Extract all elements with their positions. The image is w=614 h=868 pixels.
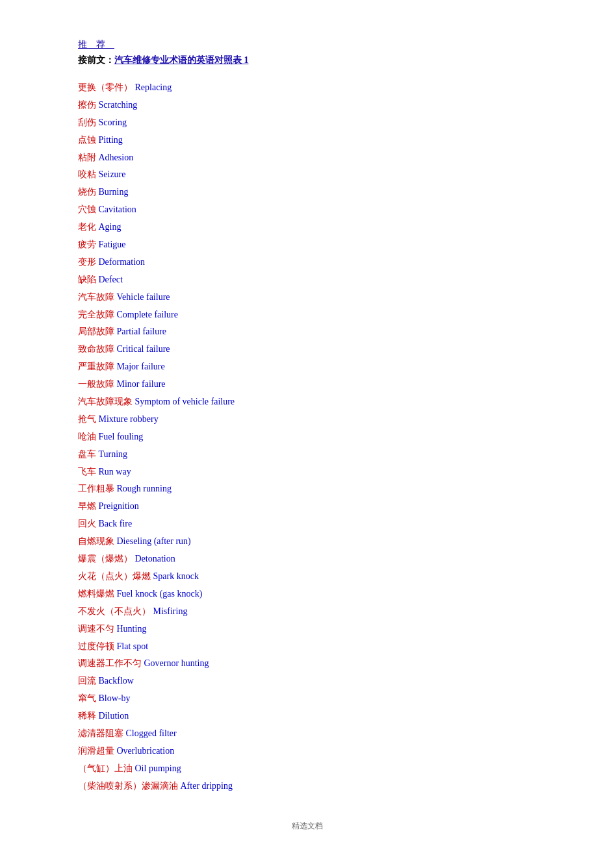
term-zh: 调速不匀 [78, 624, 117, 634]
term-en: Backflow [99, 676, 134, 686]
term-zh: 工作粗暴 [78, 484, 117, 493]
term-zh: 盘车 [78, 449, 99, 459]
term-zh: 致命故障 [78, 344, 117, 354]
term-zh: 自燃现象 [78, 536, 117, 546]
term-zh: 疲劳 [78, 240, 99, 249]
term-zh: 调速器工作不匀 [78, 658, 144, 668]
list-item: 窜气 Blow-by [78, 690, 536, 707]
term-en: Partial failure [117, 327, 167, 336]
term-en: Misfiring [153, 606, 188, 616]
list-item: 点蚀 Pitting [78, 132, 536, 149]
prev-label: 接前文： [78, 55, 114, 65]
term-zh: 老化 [78, 222, 99, 232]
term-en: Aging [99, 222, 122, 232]
list-item: 咬粘 Seizure [78, 166, 536, 183]
term-en: Scoring [99, 118, 127, 127]
term-en: Back fire [99, 519, 133, 528]
term-en: Pitting [99, 135, 123, 145]
term-en: Turning [99, 449, 128, 459]
list-item: 抢气 Mixture robbery [78, 411, 536, 428]
term-en: Clogged filter [126, 728, 177, 738]
term-zh: 回流 [78, 676, 99, 686]
term-en: Governor hunting [144, 658, 209, 668]
term-zh: 更换（零件） [78, 82, 135, 92]
footer-text: 精选文档 [78, 821, 536, 832]
recommend-link[interactable]: 推 荐 [78, 39, 536, 51]
term-zh: 不发火（不点火） [78, 606, 153, 616]
list-item: 更换（零件） Replacing [78, 79, 536, 96]
term-en: Fuel knock (gas knock) [117, 589, 203, 599]
list-item: 回流 Backflow [78, 673, 536, 689]
list-item: 自燃现象 Dieseling (after run) [78, 533, 536, 550]
term-zh: 缺陷 [78, 275, 99, 284]
list-item: 汽车故障 Vehicle failure [78, 289, 536, 306]
term-zh: 局部故障 [78, 327, 117, 336]
term-en: Fuel fouling [99, 432, 144, 441]
term-zh: 呛油 [78, 432, 99, 441]
term-en: Replacing [135, 82, 172, 92]
list-item: 调速不匀 Hunting [78, 621, 536, 638]
term-en: Adhesion [99, 153, 134, 162]
term-en: Rough running [117, 484, 172, 493]
term-en: Overlubrication [117, 746, 175, 756]
prev-article: 接前文：汽车维修专业术语的英语对照表 1 [78, 55, 536, 66]
term-en: Scratching [99, 100, 138, 110]
list-item: （柴油喷射系）渗漏滴油 After dripping [78, 778, 536, 795]
list-item: 变形 Deformation [78, 254, 536, 271]
list-item: 老化 Aging [78, 219, 536, 236]
list-item: 局部故障 Partial failure [78, 323, 536, 340]
term-zh: 抢气 [78, 414, 99, 424]
term-zh: 穴蚀 [78, 205, 99, 214]
list-item: 稀释 Dilution [78, 708, 536, 725]
list-item: 回火 Back fire [78, 515, 536, 532]
list-item: 火花（点火）爆燃 Spark knock [78, 568, 536, 585]
term-zh: 一般故障 [78, 379, 117, 389]
list-item: 穴蚀 Cavitation [78, 201, 536, 218]
term-zh: 汽车故障 [78, 292, 117, 302]
list-item: 不发火（不点火） Misfiring [78, 603, 536, 620]
term-zh: （气缸）上油 [78, 763, 135, 773]
list-item: 疲劳 Fatigue [78, 236, 536, 253]
term-en: Deformation [99, 257, 146, 267]
list-item: 盘车 Turning [78, 446, 536, 463]
term-zh: 点蚀 [78, 135, 99, 145]
term-en: Detonation [135, 554, 175, 564]
list-item: 粘附 Adhesion [78, 149, 536, 166]
term-en: Dilution [99, 711, 129, 721]
term-zh: 汽车故障现象 [78, 397, 135, 406]
prev-article-link[interactable]: 汽车维修专业术语的英语对照表 1 [114, 55, 249, 65]
term-en: Critical failure [117, 344, 170, 354]
term-en: Hunting [117, 624, 147, 634]
term-zh: 完全故障 [78, 310, 117, 319]
list-item: 汽车故障现象 Symptom of vehicle failure [78, 393, 536, 410]
list-item: 过度停顿 Flat spot [78, 638, 536, 655]
term-zh: 咬粘 [78, 169, 99, 179]
list-item: 一般故障 Minor failure [78, 376, 536, 393]
term-en: Cavitation [99, 205, 136, 214]
term-en: Dieseling (after run) [117, 536, 191, 546]
terminology-list: 更换（零件） Replacing擦伤 Scratching刮伤 Scoring点… [78, 79, 536, 795]
term-en: Major failure [117, 362, 165, 371]
list-item: 润滑超量 Overlubrication [78, 743, 536, 760]
list-item: 飞车 Run way [78, 464, 536, 480]
term-en: Run way [99, 467, 131, 477]
term-zh: 稀释 [78, 711, 99, 721]
term-zh: （柴油喷射系）渗漏滴油 [78, 781, 181, 791]
term-zh: 润滑超量 [78, 746, 117, 756]
term-zh: 过度停顿 [78, 641, 117, 651]
term-zh: 爆震（爆燃） [78, 554, 135, 564]
list-item: 致命故障 Critical failure [78, 341, 536, 358]
list-item: 早燃 Preignition [78, 498, 536, 515]
term-en: Defect [99, 275, 123, 284]
list-item: 工作粗暴 Rough running [78, 480, 536, 497]
term-en: Vehicle failure [117, 292, 170, 302]
list-item: 爆震（爆燃） Detonation [78, 551, 536, 567]
list-item: 严重故障 Major failure [78, 358, 536, 375]
list-item: 调速器工作不匀 Governor hunting [78, 655, 536, 672]
term-en: Flat spot [117, 641, 149, 651]
list-item: （气缸）上油 Oil pumping [78, 760, 536, 777]
list-item: 完全故障 Complete failure [78, 306, 536, 323]
term-zh: 回火 [78, 519, 99, 528]
list-item: 燃料爆燃 Fuel knock (gas knock) [78, 586, 536, 602]
term-en: Mixture robbery [99, 414, 159, 424]
